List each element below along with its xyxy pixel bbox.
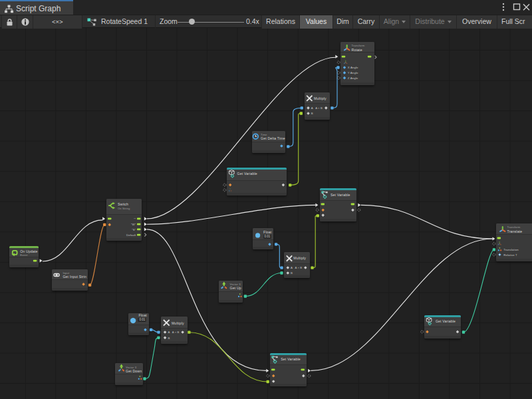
svg-text:A: A — [291, 266, 293, 269]
svg-text:A: A — [311, 106, 313, 110]
svg-text:“S”: “S” — [132, 228, 136, 231]
svg-text:B: B — [311, 112, 313, 115]
svg-text:Relative T: Relative T — [503, 253, 517, 257]
svg-text:Z Angle: Z Angle — [348, 76, 358, 80]
svg-text:“W”: “W” — [131, 223, 136, 226]
svg-text:A: A — [168, 331, 170, 334]
svg-text:B: B — [168, 336, 170, 340]
svg-text:“”: “” — [134, 217, 136, 221]
svg-text:A × B: A × B — [295, 266, 302, 269]
svg-text:Default: Default — [126, 233, 136, 237]
svg-text:X Angle: X Angle — [348, 66, 358, 69]
svg-text:A × B: A × B — [315, 106, 323, 110]
svg-text:Y Angle: Y Angle — [348, 71, 358, 74]
svg-text:B: B — [291, 271, 293, 275]
svg-text:Translation: Translation — [503, 248, 519, 251]
svg-text:A × B: A × B — [172, 331, 180, 334]
